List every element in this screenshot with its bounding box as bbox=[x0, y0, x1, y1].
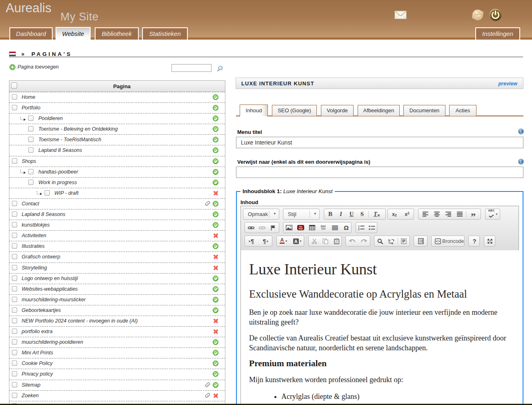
svg-text:Tube: Tube bbox=[298, 228, 303, 230]
svg-text:<>: <> bbox=[436, 239, 440, 243]
svg-text:b: b bbox=[388, 238, 390, 242]
svg-text:You: You bbox=[299, 226, 303, 228]
svg-text:a: a bbox=[391, 241, 393, 244]
svg-text:2: 2 bbox=[358, 228, 360, 230]
svg-text:1: 1 bbox=[358, 225, 360, 228]
